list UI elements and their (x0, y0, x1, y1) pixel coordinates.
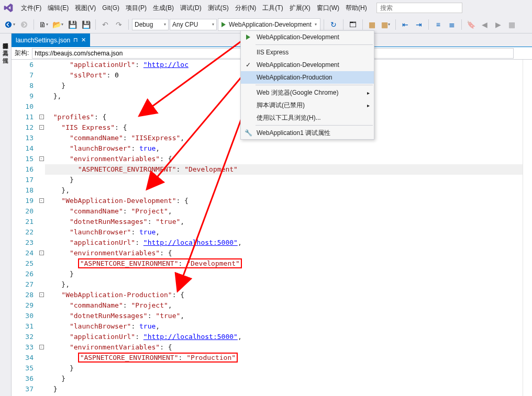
tb-icon-1[interactable]: 🗔 (347, 18, 359, 31)
tb-bmk-prev-button[interactable]: ◀ (479, 18, 491, 31)
platform-value: Any CPU (172, 21, 198, 28)
tb-indent-out-button[interactable]: ⇤ (399, 18, 412, 31)
menubar-item[interactable]: 窗口(W) (314, 2, 342, 14)
menubar-item[interactable]: Git(G) (99, 2, 123, 14)
side-tab-toolbox[interactable]: 工具箱 (1, 43, 10, 49)
scrollbar-margin[interactable] (523, 60, 532, 396)
nav-back-button[interactable]: ▾ (3, 18, 17, 31)
dropdown-item[interactable]: 🔧WebApplication1 调试属性 (241, 127, 374, 139)
side-tab-server-explorer[interactable]: 服务器资源管理器 (1, 36, 10, 42)
tb-icon-3[interactable]: ▦▾ (380, 18, 392, 31)
dropdown-item[interactable]: WebApplication-Development (241, 31, 374, 43)
platform-dropdown[interactable]: Any CPU▾ (170, 19, 217, 30)
schema-label: 架构: (15, 49, 29, 58)
dropdown-item[interactable]: IIS Express (241, 46, 374, 59)
menubar-item[interactable]: 帮助(H) (342, 2, 370, 14)
nav-fwd-button[interactable] (18, 18, 30, 31)
menubar-item[interactable]: 调试(D) (177, 2, 205, 14)
svg-point-1 (21, 21, 27, 27)
menubar-item[interactable]: 分析(N) (232, 2, 260, 14)
menubar-item[interactable]: 编辑(E) (45, 2, 72, 14)
menubar-item[interactable]: 生成(B) (150, 2, 177, 14)
side-tab-strip: 服务器资源管理器 工具箱 属性 (0, 33, 12, 396)
refresh-button[interactable]: ↻ (327, 18, 340, 31)
run-button[interactable]: WebApplication-Development▾ (218, 18, 320, 31)
run-target-dropdown: WebApplication-DevelopmentIIS Express✓We… (240, 30, 374, 140)
save-all-button[interactable]: 💾 (80, 18, 92, 31)
menubar-search[interactable] (376, 3, 462, 13)
menubar-item[interactable]: 测试(S) (205, 2, 232, 14)
menubar: 文件(F)编辑(E)视图(V)Git(G)项目(P)生成(B)调试(D)测试(S… (0, 0, 532, 16)
tb-bmk-next-button[interactable]: ▶ (492, 18, 505, 31)
dropdown-item[interactable]: ✓WebApplication-Development (241, 59, 374, 71)
dropdown-item[interactable]: 使用以下工具浏览(H)... (241, 111, 374, 124)
side-tab-properties[interactable]: 属性 (1, 50, 10, 56)
doc-tab-active[interactable]: launchSettings.json ⊓ ✕ (12, 33, 90, 47)
close-icon[interactable]: ✕ (81, 37, 86, 43)
fold-column[interactable]: ------- (38, 60, 45, 396)
dropdown-item[interactable]: Web 浏览器(Google Chrome) (241, 86, 374, 99)
open-file-button[interactable]: 📂▾ (51, 18, 65, 31)
play-icon (221, 22, 226, 27)
tb-comment-button[interactable]: ≡ (432, 18, 445, 31)
new-project-button[interactable]: 🗎▾ (37, 18, 50, 31)
tb-uncomment-button[interactable]: ≣ (446, 18, 458, 31)
menubar-item[interactable]: 视图(V) (72, 2, 99, 14)
run-target-label: WebApplication-Development (229, 21, 312, 28)
tb-bookmark-button[interactable]: 🔖 (465, 18, 478, 31)
pin-icon[interactable]: ⊓ (73, 37, 78, 43)
doc-tab-label: launchSettings.json (16, 37, 70, 44)
line-number-gutter: 6789101112131415161718192021222324252627… (12, 60, 38, 396)
redo-button[interactable]: ↷ (113, 18, 125, 31)
tb-icon-2[interactable]: ▦ (366, 18, 379, 31)
menubar-item[interactable]: 工具(T) (259, 2, 286, 14)
svg-point-0 (5, 21, 12, 27)
menubar-item[interactable]: 项目(P) (123, 2, 150, 14)
tb-indent-in-button[interactable]: ⇥ (413, 18, 425, 31)
menubar-item[interactable]: 扩展(X) (286, 2, 314, 14)
config-value: Debug (135, 21, 153, 28)
save-button[interactable]: 💾 (66, 18, 79, 31)
dropdown-item[interactable]: 脚本调试(已禁用) (241, 99, 374, 111)
config-dropdown[interactable]: Debug▾ (132, 19, 169, 30)
undo-button[interactable]: ↶ (99, 18, 112, 31)
tb-grid-button[interactable]: ▦ (506, 18, 518, 31)
vs-logo-icon (3, 3, 14, 13)
dropdown-item[interactable]: WebApplication-Production (241, 71, 374, 84)
menubar-item[interactable]: 文件(F) (18, 2, 45, 14)
